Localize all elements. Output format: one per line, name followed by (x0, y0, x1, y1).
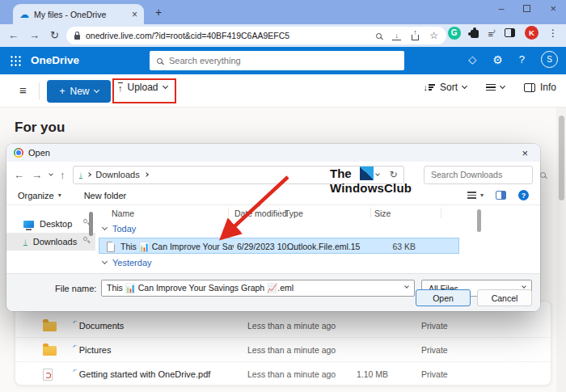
search-icon[interactable] (376, 33, 382, 39)
dialog-footer: File name: All Files Open Cancel (6, 273, 540, 311)
onedrive-search-input[interactable] (169, 56, 397, 65)
help-icon[interactable]: ? (519, 53, 525, 65)
cancel-button[interactable]: Cancel (477, 289, 532, 306)
dialog-titlebar[interactable]: Open × (6, 144, 540, 162)
forward-icon[interactable]: → (32, 169, 42, 181)
dialog-search-input[interactable] (431, 170, 540, 179)
back-icon[interactable]: ← (14, 169, 24, 181)
sort-button[interactable]: ↓ Sort (423, 82, 467, 93)
view-mode-button[interactable]: ▾ (467, 190, 484, 200)
settings-gear-icon[interactable]: ⚙ (492, 53, 503, 66)
dialog-search-box[interactable] (424, 166, 533, 184)
breadcrumb-chevron-icon[interactable] (144, 172, 149, 177)
hamburger-menu-icon[interactable]: ≡ (19, 83, 27, 97)
plus-icon: + (59, 86, 65, 97)
list-scrollbar-thumb[interactable] (477, 209, 481, 232)
onedrive-search-box[interactable] (150, 51, 404, 70)
selected-file-row[interactable]: This 📊 Can Improve Your Savings Graph...… (99, 238, 459, 254)
recent-badge-icon: ↗ (72, 321, 78, 325)
playlist-icon[interactable]: ≡♪ (488, 27, 495, 39)
onedrive-cloud-icon: ☁ (19, 10, 29, 19)
premium-diamond-icon[interactable]: ◇ (468, 53, 476, 65)
file-name-label: File name: (55, 284, 101, 293)
group-today[interactable]: Today (103, 224, 136, 234)
dialog-title: Open (28, 148, 50, 158)
tab-close-icon[interactable]: × (132, 9, 137, 20)
dialog-help-icon[interactable]: ? (518, 190, 529, 200)
column-header-name[interactable]: Name (112, 209, 134, 218)
file-name-input[interactable] (102, 280, 414, 296)
dialog-close-button[interactable]: × (517, 147, 533, 159)
info-pane-icon (524, 83, 535, 92)
reload-icon[interactable]: ↻ (50, 29, 59, 42)
preview-pane-icon[interactable] (496, 191, 506, 200)
breadcrumb-chevron-icon (87, 172, 91, 177)
pin-icon (82, 218, 88, 224)
file-name[interactable]: Pictures (79, 345, 112, 355)
sidebar-item-desktop[interactable]: Desktop (6, 215, 95, 233)
column-header-type[interactable]: Type (285, 209, 303, 218)
browser-menu-icon[interactable]: ⋮ (548, 27, 558, 39)
grammarly-icon[interactable]: G (448, 27, 461, 40)
dialog-command-bar: Organize ▾ New folder ▾ ? (6, 186, 540, 205)
open-button[interactable]: Open (416, 289, 471, 306)
install-icon[interactable]: ↓ (392, 32, 401, 40)
file-name[interactable]: Getting started with OneDrive.pdf (79, 369, 211, 379)
file-name[interactable]: Documents (79, 321, 125, 331)
windowsclub-logo-icon (360, 166, 374, 180)
back-icon[interactable]: ← (8, 29, 19, 42)
file-page-icon (107, 242, 115, 252)
file-sharing: Private (421, 369, 551, 379)
file-list-card: ↗Documents Less than a minute ago Privat… (15, 301, 551, 386)
dialog-sidebar: Desktop ↓ Downloads (6, 205, 95, 273)
url-text[interactable]: onedrive.live.com/?id=root&cid=40BF419C6… (86, 31, 370, 40)
recent-badge-icon: ↗ (72, 345, 78, 349)
side-panel-icon[interactable] (505, 28, 515, 37)
onedrive-brand[interactable]: OneDrive (31, 54, 79, 66)
new-button-label: New (70, 86, 90, 97)
selected-file-name[interactable]: This 📊 Can Improve Your Savings Graph... (120, 242, 234, 252)
file-name-field[interactable] (101, 280, 415, 297)
collapse-chevron-icon (102, 259, 108, 264)
page-scrollbar-thumb[interactable] (559, 116, 564, 200)
extensions-puzzle-icon[interactable] (471, 30, 479, 38)
window-minimize-button[interactable]: – (499, 3, 505, 15)
window-close-button[interactable]: × (550, 2, 556, 15)
info-label: Info (540, 82, 556, 93)
chevron-down-icon (162, 83, 167, 89)
view-options-button[interactable] (486, 82, 505, 93)
new-button[interactable]: + New (47, 80, 111, 103)
info-button[interactable]: Info (524, 82, 556, 93)
window-maximize-button[interactable] (523, 5, 530, 12)
new-folder-button[interactable]: New folder (84, 191, 127, 200)
new-tab-button[interactable]: + (155, 6, 162, 19)
browser-profile-avatar[interactable]: K (525, 26, 539, 40)
group-label: Yesterday (112, 258, 152, 268)
table-row[interactable]: ↗Pictures Less than a minute ago Private (15, 338, 551, 362)
lock-icon[interactable] (74, 35, 80, 40)
browser-tab[interactable]: ☁ My files - OneDrive × (13, 4, 144, 24)
breadcrumb[interactable]: Downloads (95, 170, 139, 179)
note-icon: ♪ (492, 27, 495, 35)
share-icon[interactable] (412, 35, 419, 40)
group-yesterday[interactable]: Yesterday (103, 258, 152, 268)
organize-button[interactable]: Organize ▾ (18, 191, 61, 200)
selected-file-size: 63 KB (392, 242, 416, 251)
chevron-down-icon (522, 284, 526, 289)
column-header-size[interactable]: Size (374, 209, 391, 218)
upload-button[interactable]: ↑ Upload (118, 82, 167, 93)
app-launcher-icon[interactable] (10, 55, 22, 67)
up-icon[interactable]: ↑ (60, 169, 65, 181)
sort-label: Sort (440, 82, 458, 93)
account-avatar[interactable]: S (541, 51, 558, 68)
search-icon (157, 58, 163, 64)
history-chevron-icon[interactable] (49, 171, 53, 176)
sidebar-item-downloads[interactable]: ↓ Downloads (6, 233, 95, 251)
table-row[interactable]: ↗Getting started with OneDrive.pdf Less … (15, 362, 551, 386)
bookmark-star-icon[interactable]: ☆ (429, 30, 438, 41)
table-row[interactable]: ↗Documents Less than a minute ago Privat… (15, 314, 551, 338)
forward-icon[interactable]: → (29, 29, 40, 42)
page-scrollbar[interactable] (556, 107, 566, 392)
folder-icon (43, 322, 57, 331)
url-bar[interactable]: onedrive.live.com/?id=root&cid=40BF419C6… (66, 27, 446, 44)
